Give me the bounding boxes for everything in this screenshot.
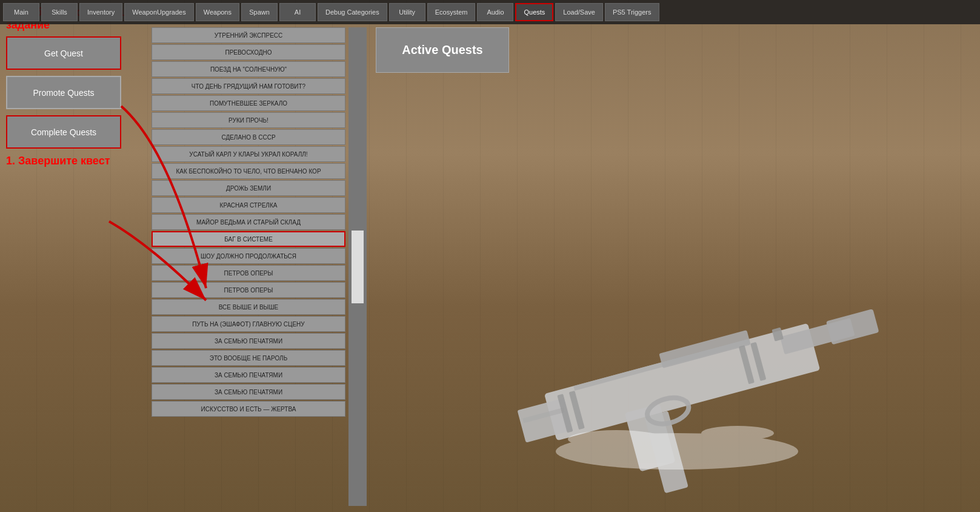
complete-quests-button[interactable]: Complete Quests [6, 115, 121, 149]
quest-item-9[interactable]: КАК БЕСПОКОЙНО ТО ЧЕЛО, ЧТО ВЕНЧАНО КОР [152, 163, 345, 179]
quest-item-5[interactable]: ПОМУТНЕВШЕЕ ЗЕРКАЛО [152, 95, 345, 111]
nav-tab-load-save[interactable]: Load/Save [555, 3, 603, 21]
quest-list-panel[interactable]: УТРЕННИЙ ЭКСПРЕССПРЕВОСХОДНОПОЕЗД НА "СО… [152, 27, 345, 506]
quest-item-10[interactable]: ДРОЖЬ ЗЕМЛИ [152, 180, 345, 196]
nav-tab-ai[interactable]: AI [279, 3, 316, 21]
nav-tab-weapon-upgrades[interactable]: WeaponUpgrades [124, 3, 193, 21]
quest-item-13[interactable]: БАГ В СИСТЕМЕ [152, 231, 345, 247]
nav-bar: MainSkillsInventoryWeaponUpgradesWeapons… [0, 0, 980, 24]
nav-tab-quests[interactable]: Quests [515, 3, 553, 21]
quest-item-22[interactable]: ЗА СЕМЬЮ ПЕЧАТЯМИ [152, 384, 345, 400]
nav-tab-spawn[interactable]: Spawn [241, 3, 278, 21]
get-quest-button[interactable]: Get Quest [6, 36, 121, 70]
nav-tab-weapons[interactable]: Weapons [196, 3, 239, 21]
quest-item-11[interactable]: КРАСНАЯ СТРЕЛКА [152, 197, 345, 213]
quest-item-6[interactable]: РУКИ ПРОЧЬ! [152, 112, 345, 128]
quest-item-4[interactable]: ЧТО ДЕНЬ ГРЯДУЩИЙ НАМ ГОТОВИТ? [152, 78, 345, 94]
quest-item-20[interactable]: ЭТО ВООБЩЕ НЕ ПАРОЛЬ [152, 350, 345, 366]
active-quests-panel: Active Quests [376, 27, 545, 73]
quest-item-23[interactable]: ИСКУССТВО И ЕСТЬ — ЖЕРТВА [152, 401, 345, 417]
nav-tab-inventory[interactable]: Inventory [79, 3, 122, 21]
svg-point-17 [701, 426, 774, 440]
quest-item-15[interactable]: ПЕТРОВ ОПЕРЫ [152, 265, 345, 281]
separator [348, 27, 367, 506]
gun-visual [465, 178, 889, 512]
quest-item-1[interactable]: УТРЕННИЙ ЭКСПРЕСС [152, 27, 345, 43]
quest-item-8[interactable]: УСАТЫЙ КАРЛ У КЛАРЫ УКРАЛ КОРАЛЛ! [152, 146, 345, 162]
quest-item-18[interactable]: ПУТЬ НА (ЭШАФОТ) ГЛАВНУЮ СЦЕНУ [152, 316, 345, 332]
nav-tab-debug-categories[interactable]: Debug Categories [318, 3, 387, 21]
nav-tab-utility[interactable]: Utility [389, 3, 425, 21]
quest-item-16[interactable]: ПЕТРОВ ОПЕРЫ [152, 282, 345, 298]
quest-item-19[interactable]: ЗА СЕМЬЮ ПЕЧАТЯМИ [152, 333, 345, 349]
svg-rect-0 [544, 323, 820, 441]
nav-tab-ecosystem[interactable]: Ecosystem [427, 3, 476, 21]
quest-item-14[interactable]: ШОУ ДОЛЖНО ПРОДОЛЖАТЬСЯ [152, 248, 345, 264]
svg-rect-2 [826, 309, 879, 345]
quest-item-7[interactable]: СДЕЛАНО В СССР [152, 129, 345, 145]
step1-label: 1. Завершите квест [6, 155, 145, 167]
nav-tab-main[interactable]: Main [3, 3, 39, 21]
quest-item-2[interactable]: ПРЕВОСХОДНО [152, 44, 345, 60]
quest-item-21[interactable]: ЗА СЕМЬЮ ПЕЧАТЯМИ [152, 367, 345, 383]
quest-item-12[interactable]: МАЙОР ВЕДЬМА И СТАРЫЙ СКЛАД [152, 214, 345, 230]
active-quests-button[interactable]: Active Quests [376, 27, 509, 73]
nav-tab-skills[interactable]: Skills [41, 3, 78, 21]
quest-item-17[interactable]: ВСЕ ВЫШЕ И ВЫШЕ [152, 299, 345, 315]
left-panel: 2. Выберите следующее задание Get Quest … [6, 6, 145, 167]
svg-point-16 [568, 430, 665, 448]
nav-tab-audio[interactable]: Audio [477, 3, 513, 21]
separator-handle [352, 231, 364, 303]
promote-quests-button[interactable]: Promote Quests [6, 76, 121, 109]
quest-item-3[interactable]: ПОЕЗД НА "СОЛНЕЧНУЮ" [152, 61, 345, 77]
nav-tab-ps5-triggers[interactable]: PS5 Triggers [605, 3, 659, 21]
